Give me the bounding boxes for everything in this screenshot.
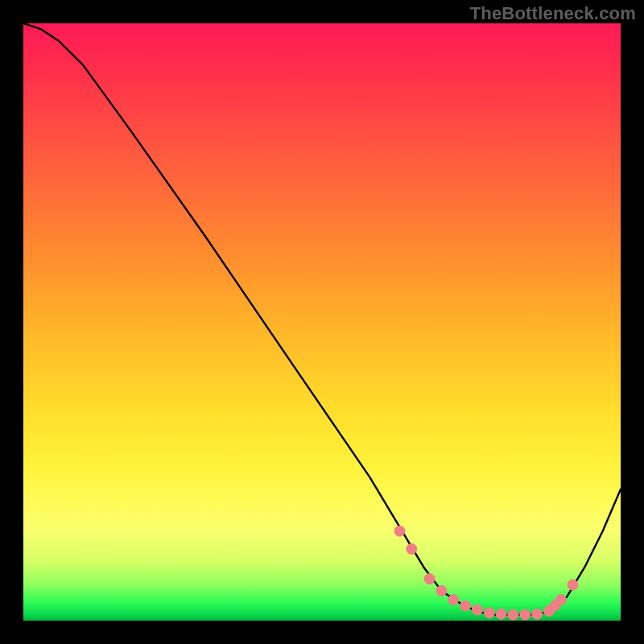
marker-dot (460, 601, 471, 611)
marker-dot (520, 609, 530, 620)
curve-line (23, 23, 621, 615)
plot-area (23, 23, 621, 621)
marker-dot (407, 544, 417, 555)
watermark-text: TheBottleneck.com (470, 3, 636, 24)
marker-dot (532, 609, 543, 619)
marker-dot (424, 574, 435, 584)
marker-dot (436, 585, 447, 596)
marker-dot (484, 608, 494, 618)
overlay-svg (23, 23, 621, 621)
chart-stage: TheBottleneck.com (0, 0, 644, 644)
marker-group (394, 526, 578, 620)
marker-dot (472, 605, 482, 615)
marker-dot (555, 595, 566, 605)
marker-dot (448, 595, 459, 605)
marker-dot (394, 526, 405, 536)
marker-dot (496, 609, 506, 619)
marker-dot (568, 580, 578, 590)
marker-dot (508, 609, 518, 620)
